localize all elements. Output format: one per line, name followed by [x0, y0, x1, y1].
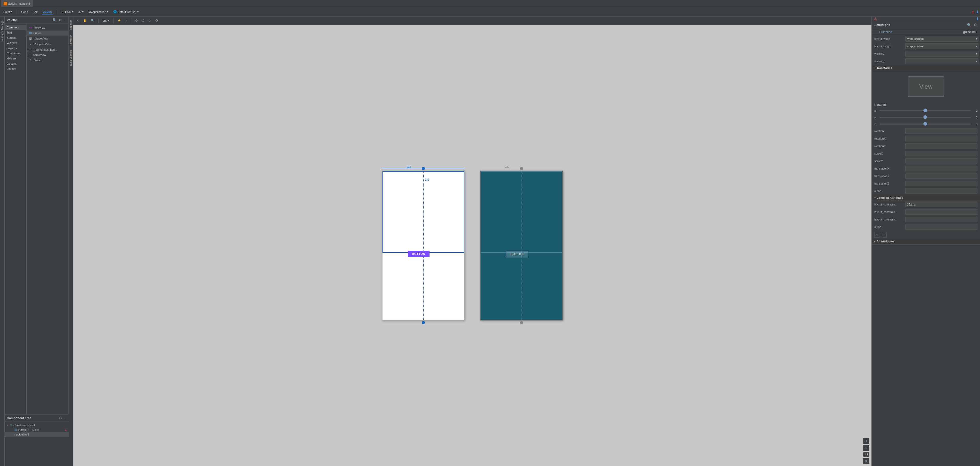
add-constraint-btn[interactable]: +: [124, 18, 128, 23]
dark-guideline-handle-bottom[interactable]: [520, 321, 523, 324]
layout-height-dropdown[interactable]: wrap_content match_parent match_constrai…: [905, 43, 978, 49]
dark-guideline-handle-top[interactable]: [520, 167, 523, 170]
split-view-btn[interactable]: Split: [32, 10, 40, 14]
cat-google[interactable]: Google: [5, 61, 26, 66]
constrain-3-input[interactable]: [905, 216, 977, 222]
translationx-input[interactable]: [905, 166, 977, 171]
scalex-input[interactable]: [905, 151, 977, 156]
api-level-btn[interactable]: 32 ▾: [77, 9, 85, 14]
rotation-z-slider[interactable]: [880, 124, 971, 124]
layout-width-dropdown[interactable]: wrap_content match_parent match_constrai…: [905, 36, 978, 41]
tree-item-constraintlayout[interactable]: ▾ ⊞ ConstraintLayout: [5, 423, 69, 428]
build-variants-tab[interactable]: Build Variants: [69, 48, 73, 68]
warning-icon[interactable]: ⚠: [971, 10, 975, 14]
attr-add-btn[interactable]: +: [874, 232, 880, 237]
cat-containers[interactable]: Containers: [5, 51, 26, 56]
constrain-1-input[interactable]: [905, 202, 977, 207]
attr-search-btn[interactable]: 🔍: [967, 22, 972, 27]
button12-icon: □: [14, 428, 17, 431]
zoom-in-btn[interactable]: +: [863, 438, 869, 444]
attr-row-visibility-1: visibility visible invisible gone ▾: [872, 50, 980, 58]
file-tab[interactable]: activity_main.xml: [1, 0, 33, 7]
tree-error-icon: ●: [65, 428, 67, 431]
common-attributes-section-header[interactable]: ▾ Common Attributes: [872, 195, 980, 201]
constrain-2-label: layout_constrain...: [874, 210, 905, 213]
design-view-btn[interactable]: Design: [41, 9, 53, 14]
tree-minimize-btn[interactable]: −: [64, 416, 67, 420]
select-mode-btn[interactable]: ↖: [75, 18, 80, 23]
margin-btn[interactable]: 0dp ▾: [101, 18, 111, 23]
cat-widgets[interactable]: Widgets: [5, 40, 26, 46]
transforms-section-header[interactable]: ▾ Transforms: [872, 65, 980, 71]
zoom-ratio-label[interactable]: 1:1: [863, 452, 869, 457]
rotationx-input[interactable]: [905, 136, 977, 142]
translationy-input[interactable]: [905, 173, 977, 179]
palette-minimize-btn[interactable]: −: [63, 17, 67, 22]
palette-item-textview[interactable]: Ab TextView: [27, 25, 68, 30]
rotation-input[interactable]: [905, 128, 977, 134]
pan-mode-btn[interactable]: ✋: [82, 18, 88, 23]
favorites-tab[interactable]: Favorites: [69, 33, 73, 48]
cat-layouts[interactable]: Layouts: [5, 46, 26, 51]
locale-btn[interactable]: 🌐 Default (en-us) ▾: [112, 9, 140, 14]
align-start-btn[interactable]: ⬡: [134, 18, 139, 23]
cat-legacy[interactable]: Legacy: [5, 66, 26, 72]
rotation-z-thumb[interactable]: [923, 122, 927, 126]
info-icon[interactable]: ℹ: [977, 10, 978, 14]
palette-item-recyclerview[interactable]: ≡ RecyclerView: [27, 41, 68, 47]
align-horiz-btn[interactable]: ⬡: [147, 18, 153, 23]
attr-settings-btn[interactable]: ⚙: [973, 22, 977, 27]
palette-item-switch[interactable]: ⊡ Switch: [27, 57, 68, 63]
cat-helpers[interactable]: Helpers: [5, 56, 26, 61]
attr-header: Attributes 🔍 ⚙: [872, 21, 980, 29]
cat-buttons[interactable]: Buttons: [5, 35, 26, 40]
align-vert-btn[interactable]: ⬡: [154, 18, 159, 23]
imageview-label: ImageView: [34, 37, 48, 40]
tree-item-button12[interactable]: ▸ □ button12 "Button" ●: [5, 428, 69, 432]
resource-manager-tab[interactable]: Resource Manager: [0, 17, 4, 44]
guideline-handle-top[interactable]: [422, 167, 425, 170]
alpha-common-input[interactable]: [905, 224, 977, 230]
attr-row-visibility-2: visibility visible invisible gone ▾: [872, 58, 980, 65]
attr-element-name: Guideline: [879, 30, 921, 34]
scaley-input[interactable]: [905, 158, 977, 164]
palette-item-fragmentcontainer[interactable]: FragmentContain...: [27, 47, 68, 52]
visibility-2-dropdown[interactable]: visible invisible gone: [905, 59, 978, 64]
all-attributes-section-header[interactable]: ▸ All Attributes: [872, 239, 980, 245]
structure-tab[interactable]: Structure: [69, 17, 73, 32]
zoom-mode-btn[interactable]: 🔍: [90, 18, 96, 23]
palette-item-button[interactable]: Button: [27, 30, 68, 36]
cat-common[interactable]: Common: [5, 25, 26, 30]
rotation-x-thumb[interactable]: [923, 108, 927, 112]
cat-text[interactable]: Text: [5, 30, 26, 35]
editor-area: ↖ ✋ 🔍 0dp ▾ ⚡ + ⬡ ⬡ ⬡ ⬡: [73, 16, 872, 466]
constrain-2-input[interactable]: [905, 209, 977, 215]
rotationy-input[interactable]: [905, 143, 977, 149]
palette-item-imageview[interactable]: 🖼 ImageView: [27, 36, 68, 41]
tree-settings-btn[interactable]: ⚙: [59, 416, 62, 420]
rotation-y-thumb[interactable]: [923, 115, 927, 119]
align-top-btn[interactable]: ⬡: [141, 18, 146, 23]
zoom-out-btn[interactable]: −: [863, 445, 869, 451]
palette-search-btn[interactable]: 🔍: [52, 17, 57, 22]
button-widget-dark[interactable]: BUTTON: [506, 251, 528, 258]
palette-toggle-btn[interactable]: Palette: [2, 10, 13, 14]
button-widget-light[interactable]: BUTTON: [408, 251, 430, 257]
rotation-y-slider[interactable]: [880, 117, 971, 118]
palette-item-scrollview[interactable]: ScrollView: [27, 52, 68, 57]
code-view-btn[interactable]: Code: [20, 10, 29, 14]
locale-label: Default (en-us): [118, 10, 137, 13]
infer-constraints-btn[interactable]: ⚡: [116, 18, 123, 23]
light-phone-container: 232 232 BUTTON: [382, 170, 465, 320]
app-theme-btn[interactable]: MyApplication ▾: [87, 9, 110, 14]
palette-settings-btn[interactable]: ⚙: [58, 17, 62, 22]
all-attributes-title: All Attributes: [877, 240, 977, 243]
visibility-1-dropdown[interactable]: visible invisible gone: [905, 51, 978, 57]
device-selector-btn[interactable]: 📱 Pixel ▾: [59, 9, 75, 14]
guideline-handle-bottom[interactable]: [422, 321, 425, 324]
rotation-x-slider[interactable]: [880, 110, 971, 111]
translationz-input[interactable]: [905, 181, 977, 186]
alpha-transforms-input[interactable]: [905, 188, 977, 194]
attr-remove-btn[interactable]: −: [881, 232, 887, 237]
tree-item-guideline3[interactable]: ▸ | guideline3: [5, 432, 69, 437]
